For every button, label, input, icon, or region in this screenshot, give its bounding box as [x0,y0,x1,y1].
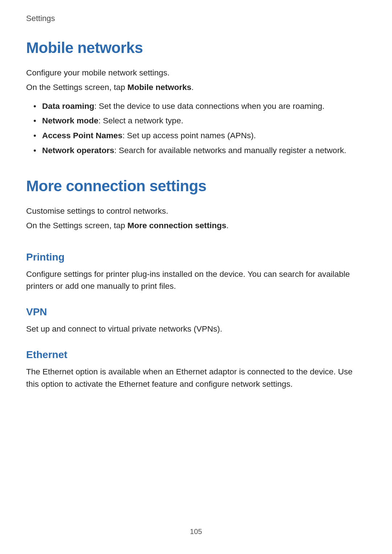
heading-mobile-networks: Mobile networks [26,39,366,57]
bold-term: Access Point Names [42,131,122,140]
text-fragment: : Search for available networks and manu… [114,146,346,155]
section-header-label: Settings [26,14,366,23]
bold-term: Network operators [42,146,114,155]
mobile-networks-intro-2: On the Settings screen, tap Mobile netwo… [26,81,366,94]
heading-more-connection-settings: More connection settings [26,177,366,195]
text-fragment: On the Settings screen, tap [26,221,127,230]
bold-term: Mobile networks [127,83,191,92]
bold-term: Data roaming [42,102,94,111]
heading-printing: Printing [26,251,366,263]
mobile-networks-intro-1: Configure your mobile network settings. [26,67,366,79]
printing-text: Configure settings for printer plug-ins … [26,268,366,293]
bold-term: Network mode [42,116,98,125]
heading-ethernet: Ethernet [26,349,366,361]
list-item: Access Point Names: Set up access point … [26,130,366,142]
list-item: Data roaming: Set the device to use data… [26,100,366,113]
more-conn-intro-2: On the Settings screen, tap More connect… [26,219,366,232]
list-item: Network mode: Select a network type. [26,115,366,127]
text-fragment: On the Settings screen, tap [26,83,127,92]
text-fragment: . [226,221,228,230]
list-item: Network operators: Search for available … [26,144,366,157]
text-fragment: : Set the device to use data connections… [94,102,324,111]
text-fragment: : Set up access point names (APNs). [122,131,256,140]
text-fragment: . [191,83,193,92]
vpn-text: Set up and connect to virtual private ne… [26,323,366,335]
text-fragment: : Select a network type. [98,116,183,125]
more-conn-intro-1: Customise settings to control networks. [26,205,366,217]
mobile-networks-list: Data roaming: Set the device to use data… [26,100,366,157]
bold-term: More connection settings [127,221,226,230]
ethernet-text: The Ethernet option is available when an… [26,366,366,390]
heading-vpn: VPN [26,306,366,318]
page-content: Settings Mobile networks Configure your … [0,0,392,390]
page-number: 105 [0,528,392,536]
